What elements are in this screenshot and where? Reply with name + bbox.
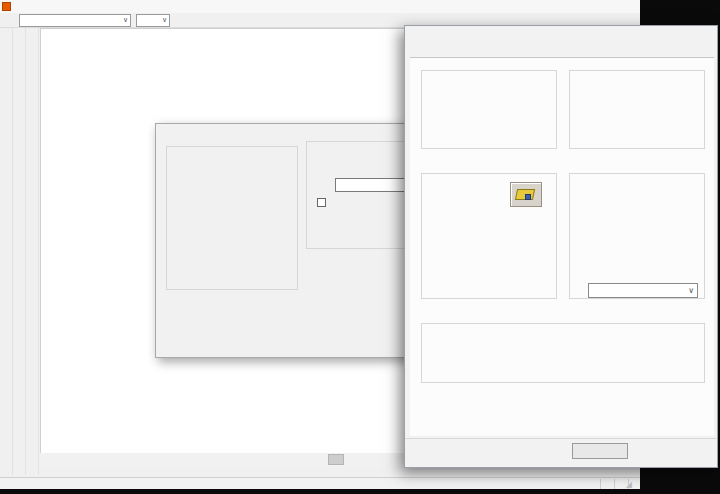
app-icon	[2, 2, 11, 11]
line-type-select[interactable]: ∨	[19, 14, 131, 27]
dxf-dialog-title[interactable]	[156, 124, 426, 139]
dxf-metric-dialog	[155, 123, 427, 358]
scroll-left-arrow[interactable]	[40, 453, 53, 466]
ok-button[interactable]	[572, 443, 628, 459]
screen: ∨ ∨	[0, 0, 720, 494]
chevron-down-icon: ∨	[162, 16, 167, 24]
properties-dialog-title[interactable]	[405, 26, 717, 41]
checkbox-icon[interactable]	[317, 198, 326, 207]
device-size-group	[421, 70, 557, 149]
orientation-preview-button[interactable]	[510, 182, 542, 207]
properties-dialog: ∨	[404, 25, 718, 468]
direction-group	[421, 173, 557, 299]
toolbox-column-draw	[13, 28, 26, 475]
pointsize-select[interactable]: ∨	[136, 14, 170, 27]
menu-bar	[0, 0, 640, 13]
properties-tab-content: ∨	[410, 58, 714, 436]
scrollbar-thumb[interactable]	[328, 454, 344, 465]
final-device-position-group	[421, 323, 705, 383]
statusbar-divider	[614, 479, 615, 489]
driver-settings-group	[166, 146, 298, 290]
status-bar: ◢	[0, 477, 640, 489]
up-side-select[interactable]: ∨	[588, 283, 698, 298]
dialog-separator	[405, 438, 717, 439]
properties-tabs	[410, 41, 714, 58]
toolbox-column-view	[0, 28, 13, 475]
nonuniform-scale-row	[317, 198, 330, 207]
toolbox-column-edit	[26, 28, 39, 475]
left-toolbox	[0, 28, 40, 475]
chevron-down-icon: ∨	[123, 16, 128, 24]
resize-grip-icon: ◢	[626, 480, 632, 489]
master-design-button[interactable]	[3, 14, 14, 27]
margins-group	[569, 70, 705, 149]
statusbar-divider	[600, 479, 601, 489]
position-group: ∨	[569, 173, 705, 299]
orientation-marker-icon	[525, 194, 531, 200]
chevron-down-icon: ∨	[688, 286, 694, 295]
